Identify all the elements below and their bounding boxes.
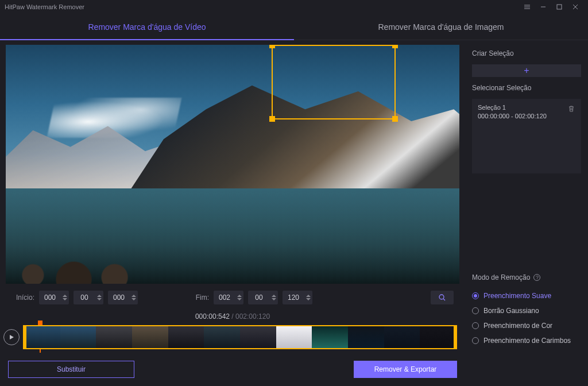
- timeline-thumb: [96, 326, 132, 348]
- spinner-arrows-icon[interactable]: [270, 291, 278, 304]
- timeline-thumb: [24, 326, 60, 348]
- main-tabs: Remover Marca d'água de Vídeo Remover Ma…: [0, 14, 588, 40]
- timeline-thumb: [204, 326, 240, 348]
- svg-point-1: [439, 295, 444, 299]
- end-label: Fim:: [181, 294, 209, 302]
- replace-label: Substituir: [57, 365, 86, 373]
- timeline-row: [0, 325, 465, 355]
- timeline-thumb: [276, 326, 312, 348]
- timeline[interactable]: [23, 325, 457, 349]
- selection-box[interactable]: [272, 45, 396, 119]
- mode-gaussian-blur[interactable]: Borrão Gaussiano: [472, 307, 581, 315]
- total-time: 002:00:120: [235, 312, 270, 321]
- timeline-thumb: [384, 326, 420, 348]
- video-preview[interactable]: [6, 45, 459, 284]
- tab-image[interactable]: Remover Marca d'água de Imagem: [294, 14, 588, 40]
- mode-stamp-fill[interactable]: Preenchimento de Carimbos: [472, 337, 581, 345]
- radio-icon: [472, 292, 479, 299]
- svg-rect-0: [557, 5, 562, 9]
- replace-button[interactable]: Substituir: [8, 361, 134, 378]
- spinner-arrows-icon[interactable]: [304, 291, 312, 304]
- trash-icon[interactable]: [567, 105, 575, 113]
- menu-icon[interactable]: [519, 0, 535, 14]
- side-panel: Criar Seleção + Selecionar Seleção Seleç…: [465, 40, 588, 386]
- radio-icon: [472, 322, 479, 329]
- zoom-button[interactable]: [431, 291, 454, 304]
- tab-image-label: Remover Marca d'água de Imagem: [378, 22, 504, 32]
- timecode: 000:00:542 / 002:00:120: [0, 309, 465, 325]
- selection-name: Seleção 1: [478, 103, 547, 112]
- start-minutes-input[interactable]: [74, 294, 95, 302]
- select-selection-label: Selecionar Seleção: [472, 84, 581, 92]
- selection-range: 000:00:000 - 002:00:120: [478, 112, 547, 121]
- timeline-thumb: [348, 326, 384, 348]
- selection-item[interactable]: Seleção 1 000:00:000 - 002:00:120: [472, 99, 581, 126]
- maximize-icon[interactable]: [551, 0, 567, 14]
- titlebar: HitPaw Watermark Remover: [0, 0, 588, 14]
- mode-radios: Preenchimento Suave Borrão Gaussiano Pre…: [472, 292, 581, 345]
- magnify-icon: [438, 294, 446, 302]
- tab-video[interactable]: Remover Marca d'água de Vídeo: [0, 14, 294, 40]
- start-label: Início:: [7, 294, 34, 302]
- timeline-thumb: [60, 326, 96, 348]
- timeline-thumb: [132, 326, 168, 348]
- start-ms[interactable]: [108, 291, 138, 304]
- timeline-thumb: [240, 326, 276, 348]
- handle-br[interactable]: [392, 116, 398, 122]
- handle-tr[interactable]: [392, 45, 398, 48]
- mode-smooth-fill[interactable]: Preenchimento Suave: [472, 292, 581, 300]
- start-minutes[interactable]: [74, 291, 103, 304]
- add-selection-button[interactable]: +: [472, 64, 581, 77]
- end-ms-input[interactable]: [283, 294, 304, 302]
- end-hours-input[interactable]: [214, 294, 235, 302]
- spinner-arrows-icon[interactable]: [95, 291, 103, 304]
- range-handle-left[interactable]: [23, 325, 26, 349]
- radio-icon: [472, 307, 479, 314]
- close-icon[interactable]: [567, 0, 583, 14]
- end-hours[interactable]: [214, 291, 243, 304]
- bottom-bar: Substituir Remover & Exportar: [0, 355, 465, 386]
- range-handle-right[interactable]: [454, 325, 457, 349]
- timeline-thumbs: [23, 325, 457, 349]
- play-button[interactable]: [3, 329, 20, 345]
- spinner-arrows-icon[interactable]: [235, 291, 243, 304]
- time-controls: Início: Fim:: [0, 286, 465, 309]
- end-ms[interactable]: [283, 291, 312, 304]
- plus-icon: +: [524, 65, 529, 76]
- radio-icon: [472, 337, 479, 344]
- help-icon[interactable]: ?: [533, 274, 540, 281]
- create-selection-label: Criar Seleção: [472, 49, 581, 57]
- current-time: 000:00:542: [195, 312, 230, 321]
- handle-bl[interactable]: [269, 116, 275, 122]
- timeline-thumb: [312, 326, 348, 348]
- mode-label: Modo de Remoção ?: [472, 273, 581, 281]
- spinner-arrows-icon[interactable]: [130, 291, 138, 304]
- minimize-icon[interactable]: [535, 0, 551, 14]
- play-icon: [9, 334, 14, 340]
- spinner-arrows-icon[interactable]: [61, 291, 69, 304]
- mode-color-fill[interactable]: Preenchimento de Cor: [472, 322, 581, 330]
- export-button[interactable]: Remover & Exportar: [354, 361, 457, 378]
- timeline-thumb: [420, 326, 456, 348]
- start-ms-input[interactable]: [108, 294, 130, 302]
- start-hours[interactable]: [39, 291, 69, 304]
- start-hours-input[interactable]: [39, 294, 61, 302]
- end-minutes-input[interactable]: [248, 294, 270, 302]
- app-title: HitPaw Watermark Remover: [5, 3, 84, 10]
- export-label: Remover & Exportar: [374, 365, 437, 373]
- preview-rocks: [6, 241, 142, 284]
- handle-tl[interactable]: [269, 45, 275, 48]
- tab-video-label: Remover Marca d'água de Vídeo: [88, 22, 206, 32]
- selection-list: Seleção 1 000:00:000 - 002:00:120: [472, 99, 581, 173]
- end-minutes[interactable]: [248, 291, 278, 304]
- timeline-thumb: [168, 326, 204, 348]
